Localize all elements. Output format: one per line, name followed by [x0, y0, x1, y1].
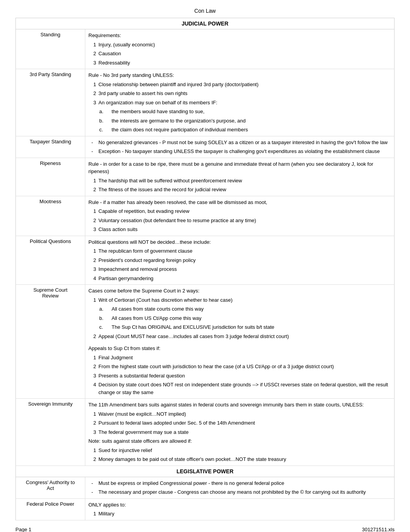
right-content: Rule - if a matter has already been reso… — [85, 196, 395, 236]
footer-left: Page 1 — [15, 527, 31, 532]
content-line: 1Waiver (must be explicit…NOT implied) — [88, 410, 391, 419]
content-line: Cases come before the Supreme Court in 2… — [88, 286, 391, 296]
right-content: Cases come before the Supreme Court in 2… — [85, 285, 395, 399]
content-line: -No generalized grievances - P must not … — [88, 138, 391, 147]
left-label: Mootness — [16, 196, 85, 236]
content-line: 3Class action suits — [88, 225, 391, 234]
left-label: Congress' Authority to Act — [16, 477, 85, 498]
content-line: -Must be express or implied Congressiona… — [88, 479, 391, 488]
left-label: Ripeness — [16, 158, 85, 196]
table-row: RipenessRule - in order for a case to be… — [16, 158, 395, 196]
content-line: Rule - in order for a case to be ripe, t… — [88, 160, 391, 176]
left-label: Standing — [16, 29, 85, 69]
content-line: a.All cases from state courts come this … — [88, 304, 391, 314]
table-row: 3rd Party StandingRule - No 3rd party st… — [16, 69, 395, 136]
left-label: Federal Police Power — [16, 498, 85, 520]
content-line: ONLY applies to: — [88, 500, 391, 510]
section-header-0: JUDICIAL POWER — [16, 18, 395, 29]
content-line: Appeals to Sup Ct from states if: — [88, 344, 391, 353]
left-label: Supreme Court Review — [16, 285, 85, 399]
table-row: StandingRequirements:1Injury, (usually e… — [16, 29, 395, 69]
right-content: -Must be express or implied Congressiona… — [85, 477, 395, 498]
content-line: b.All cases from US Ct/App come this way — [88, 314, 391, 323]
content-line: 2From the highest state court with juris… — [88, 362, 391, 371]
content-line: 4Decision by state court does NOT rest o… — [88, 380, 391, 397]
content-line: 2Causation — [88, 49, 391, 58]
content-line: a.the members would have standing to sue… — [88, 107, 391, 116]
content-line: 3Presents a substantial federal question — [88, 371, 391, 381]
content-line: 2Money damages to be paid out of state o… — [88, 455, 391, 464]
content-line: 1Injury, (usually economic) — [88, 40, 391, 49]
right-content: Political questions will NOT be decided…… — [85, 236, 395, 285]
content-line: 2Voluntary cessation (but defendant free… — [88, 216, 391, 225]
right-content: Rule - No 3rd party standing UNLESS:1Clo… — [85, 69, 395, 136]
content-line: 2Pursuant to federal laws adopted under … — [88, 418, 391, 428]
table-row: Sovereign ImmunityThe 11th Amendment bar… — [16, 399, 395, 466]
content-line: 2The fitness of the issues and the recor… — [88, 185, 391, 194]
content-line: 2President's conduct regarding foreign p… — [88, 256, 391, 265]
content-line: 3The federal government may sue a state — [88, 428, 391, 437]
left-label: Sovereign Immunity — [16, 399, 85, 466]
right-content: -No generalized grievances - P must not … — [85, 136, 395, 158]
content-line: 23rd party unable to assert his own righ… — [88, 89, 391, 98]
content-line: c.the claim does not require participati… — [88, 125, 391, 134]
right-content: The 11th Amendment bars suits against st… — [85, 399, 395, 466]
content-line: c.The Sup Ct has ORIGINAL and EXCLUSIVE … — [88, 323, 391, 332]
content-line: 4Partisan gerrymandering — [88, 274, 391, 283]
right-content: Rule - in order for a case to be ripe, t… — [85, 158, 395, 196]
content-line: 3Redressability — [88, 58, 391, 68]
table-row: MootnessRule - if a matter has already b… — [16, 196, 395, 236]
left-label: Political Questions — [16, 236, 85, 285]
table-row: Taxpayer Standing-No generalized grievan… — [16, 136, 395, 158]
content-line: 1The republican form of government claus… — [88, 246, 391, 256]
content-line: 1Final Judgment — [88, 353, 391, 362]
content-line: 1Writ of Certiorari (Court has discretio… — [88, 296, 391, 305]
table-row: Federal Police PowerONLY applies to:1Mil… — [16, 498, 395, 520]
content-line: b.the interests are germane to the organ… — [88, 116, 391, 126]
table-row: Political QuestionsPolitical questions w… — [16, 236, 395, 285]
table-row: Supreme Court ReviewCases come before th… — [16, 285, 395, 399]
content-line: 1Military — [88, 509, 391, 518]
content-line: Rule - No 3rd party standing UNLESS: — [88, 71, 391, 80]
content-line: The 11th Amendment bars suits against st… — [88, 400, 391, 410]
left-label: 3rd Party Standing — [16, 69, 85, 136]
content-line: 2Appeal (Court MUST hear case…includes a… — [88, 332, 391, 341]
left-label: Taxpayer Standing — [16, 136, 85, 158]
right-content: ONLY applies to:1Military — [85, 498, 395, 520]
footer-right: 301271511.xls — [362, 527, 395, 532]
content-line: 1The hardship that will be suffered with… — [88, 176, 391, 185]
content-line: 3Impeachment and removal process — [88, 265, 391, 274]
content-line: Requirements: — [88, 31, 391, 40]
content-line: 1Close relationship between plaintiff an… — [88, 80, 391, 89]
right-content: Requirements:1Injury, (usually economic)… — [85, 29, 395, 69]
page-title: Con Law — [15, 8, 395, 14]
content-line: Rule - if a matter has already been reso… — [88, 198, 391, 207]
content-line: 3An organization may sue on behalf of it… — [88, 98, 391, 107]
section-header-1: LEGISLATIVE POWER — [16, 466, 395, 477]
content-line: 1Sued for injunctive relief — [88, 446, 391, 455]
content-line: Political questions will NOT be decided…… — [88, 238, 391, 247]
content-line: Note: suits against state officers are a… — [88, 437, 391, 446]
content-line: -The necessary and proper clause - Congr… — [88, 488, 391, 497]
main-table: JUDICIAL POWERStandingRequirements:1Inju… — [15, 18, 395, 520]
content-line: 1Capable of repetition, but evading revi… — [88, 207, 391, 216]
page-footer: Page 1 301271511.xls — [15, 527, 395, 532]
table-row: Congress' Authority to Act-Must be expre… — [16, 477, 395, 498]
content-line: -Exception - No taxpayer standing UNLESS… — [88, 147, 391, 156]
